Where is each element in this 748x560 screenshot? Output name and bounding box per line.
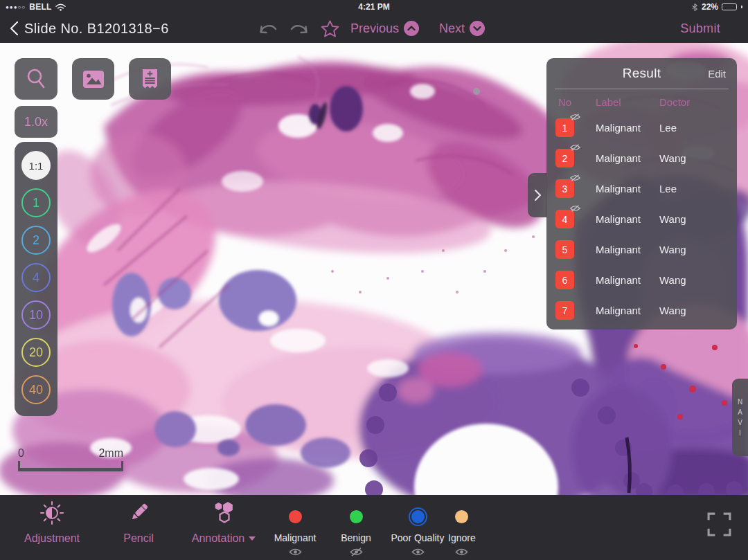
bluetooth-icon xyxy=(691,3,698,12)
annotation-number-badge[interactable]: 6 xyxy=(555,271,574,289)
annotation-label: Malignant xyxy=(596,152,641,164)
result-table-header: No Label Doctor xyxy=(546,91,737,113)
zoom-level-button[interactable]: 1 xyxy=(21,188,51,217)
annotation-number-badge[interactable]: 1 xyxy=(555,118,574,137)
category-visibility-toggle[interactable] xyxy=(454,548,469,557)
category-color-dot[interactable] xyxy=(452,507,471,526)
slide-viewer-app: ●●●○○ BELL 4:21 PM 22% xyxy=(0,0,748,560)
scale-bar-line xyxy=(18,461,123,471)
submit-button[interactable]: Submit xyxy=(680,21,720,36)
category-label: Benign xyxy=(341,532,371,543)
category-visibility-toggle[interactable] xyxy=(349,548,364,557)
navi-letter: V xyxy=(738,419,742,426)
annotation-hidden-eye-icon[interactable] xyxy=(569,174,581,182)
scale-bar: 0 2mm xyxy=(18,447,123,471)
annotation-label: Annotation xyxy=(192,532,245,545)
result-panel-title: Result xyxy=(623,66,661,81)
scale-end-label: 2mm xyxy=(98,447,123,460)
favorite-star-button[interactable] xyxy=(320,19,340,38)
zoom-level-button[interactable]: 10 xyxy=(21,300,51,329)
annotation-label: Malignant xyxy=(596,244,641,255)
image-icon xyxy=(82,70,105,89)
category-color-dot[interactable] xyxy=(286,507,305,526)
category-item[interactable]: Benign xyxy=(325,495,387,560)
result-panel-collapse-tab[interactable] xyxy=(528,173,547,217)
report-tool-button[interactable] xyxy=(129,58,171,100)
result-panel: Result Edit No Label Doctor 1 xyxy=(546,58,737,329)
result-row[interactable]: 5 Malignant Wang xyxy=(546,235,737,265)
category-visibility-toggle[interactable] xyxy=(288,548,303,557)
annotation-hidden-eye-icon[interactable] xyxy=(569,204,581,213)
fullscreen-icon xyxy=(706,512,732,537)
zoom-level-button[interactable]: 20 xyxy=(21,338,51,367)
category-item[interactable]: Malignant xyxy=(265,495,325,560)
back-button[interactable]: Slide No. B1201318−6 xyxy=(10,21,169,37)
annotation-doctor: Wang xyxy=(659,244,686,255)
result-row[interactable]: 2 Malignant Wang xyxy=(546,143,737,174)
next-button[interactable]: Next xyxy=(439,21,485,36)
divider xyxy=(555,89,729,89)
clock: 4:21 PM xyxy=(0,2,748,12)
navi-letter: I xyxy=(739,430,741,437)
fullscreen-button[interactable] xyxy=(705,510,733,538)
annotation-hidden-eye-icon[interactable] xyxy=(569,143,581,152)
pencil-icon xyxy=(126,495,151,527)
pencil-label: Pencil xyxy=(123,532,154,545)
search-icon xyxy=(24,66,48,91)
zoom-level-button[interactable]: 40 xyxy=(21,375,51,404)
annotation-number-badge[interactable]: 7 xyxy=(555,301,574,320)
result-row[interactable]: 3 Malignant Lee xyxy=(546,174,737,204)
category-label: Poor Quality xyxy=(391,532,444,543)
chevron-right-icon xyxy=(533,188,542,202)
annotation-doctor: Wang xyxy=(659,213,686,225)
category-item[interactable]: Poor Quality xyxy=(387,495,448,560)
zoom-level-panel: 1:1 1 2 4 10 20 40 xyxy=(15,142,57,416)
snapshot-tool-button[interactable] xyxy=(72,58,114,100)
category-color-dot[interactable] xyxy=(409,507,427,526)
column-no: No xyxy=(558,96,571,108)
annotation-number-badge[interactable]: 4 xyxy=(555,210,574,228)
adjustment-tool[interactable]: Adjustment xyxy=(0,495,104,560)
category-item[interactable]: Ignore xyxy=(448,495,476,560)
pencil-tool[interactable]: Pencil xyxy=(104,495,173,560)
category-label: Malignant xyxy=(274,532,317,543)
edit-button[interactable]: Edit xyxy=(708,68,726,80)
column-doctor: Doctor xyxy=(659,96,690,108)
chevron-down-icon xyxy=(470,21,485,36)
category-visibility-toggle[interactable] xyxy=(411,548,425,557)
navi-letter: A xyxy=(738,409,742,416)
zoom-level-button[interactable]: 4 xyxy=(21,263,51,292)
annotation-label: Malignant xyxy=(596,183,641,195)
navigation-bar: Slide No. B1201318−6 Previous xyxy=(0,14,748,43)
report-note-icon xyxy=(141,69,159,90)
annotation-doctor: Wang xyxy=(659,274,686,286)
magnifier-tool-button[interactable] xyxy=(15,58,57,100)
navi-letter: N xyxy=(738,399,742,406)
annotation-number-badge[interactable]: 5 xyxy=(555,240,574,259)
undo-button[interactable] xyxy=(258,21,278,35)
next-label: Next xyxy=(439,21,465,36)
result-row[interactable]: 6 Malignant Wang xyxy=(546,265,737,296)
previous-button[interactable]: Previous xyxy=(350,21,419,36)
category-legend: Malignant Benign xyxy=(265,495,476,560)
annotation-number-badge[interactable]: 3 xyxy=(555,179,574,198)
annotation-number-badge[interactable]: 2 xyxy=(555,149,574,168)
result-row[interactable]: 7 Malignant Wang xyxy=(546,296,737,326)
result-table-body: 1 Malignant Lee 2 xyxy=(546,113,737,326)
back-chevron-icon xyxy=(10,21,19,36)
category-label: Ignore xyxy=(448,532,476,543)
slide-canvas[interactable]: 1.0x 1:1 1 2 4 10 20 40 0 2mm xyxy=(0,43,748,495)
annotation-label: Malignant xyxy=(596,305,641,316)
annotation-tool[interactable]: Annotation xyxy=(173,495,274,560)
battery-icon xyxy=(722,3,737,10)
annotation-hidden-eye-icon[interactable] xyxy=(569,113,581,121)
result-row[interactable]: 4 Malignant Wang xyxy=(546,204,737,235)
category-color-dot[interactable] xyxy=(347,507,366,526)
redo-button[interactable] xyxy=(289,21,310,35)
zoom-level-button[interactable]: 2 xyxy=(21,226,51,255)
brightness-icon xyxy=(39,495,64,527)
result-row[interactable]: 1 Malignant Lee xyxy=(546,113,737,143)
navigator-tab[interactable]: NAVI xyxy=(732,379,748,456)
zoom-level-button[interactable]: 1:1 xyxy=(21,151,51,180)
annotation-label: Malignant xyxy=(596,274,641,286)
